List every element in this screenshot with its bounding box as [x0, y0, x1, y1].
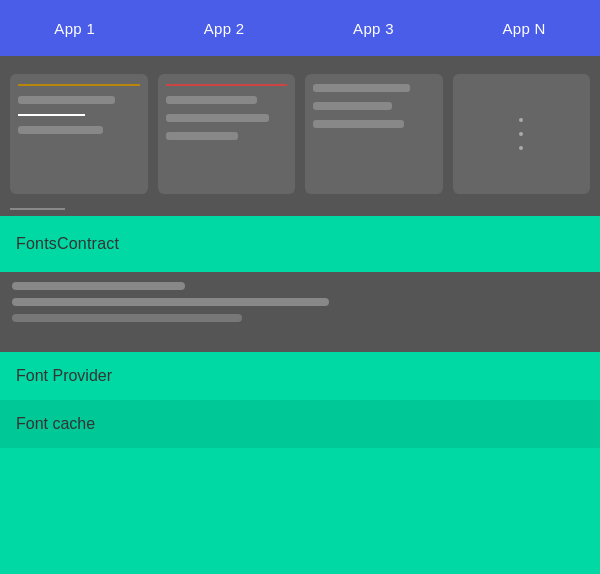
middle-dark-section: [0, 272, 600, 352]
fonts-contract-section: FontsContract: [0, 216, 600, 272]
app2-text-line1: [166, 96, 257, 104]
app-bar: App 1 App 2 App 3 App N: [0, 0, 600, 56]
app1-text-line1: [18, 96, 115, 104]
appn-dot2: [519, 132, 523, 136]
main-container: App 1 App 2 App 3 App N: [0, 0, 600, 574]
app-bar-app1: App 1: [38, 12, 111, 45]
appn-box: [453, 74, 591, 194]
app-box-group: [0, 66, 600, 202]
app3-text-line1: [313, 84, 410, 92]
dark-line-2: [12, 298, 329, 306]
apps-section: [0, 56, 600, 216]
app-bar-app3: App 3: [337, 12, 410, 45]
app2-box: [158, 74, 296, 194]
app2-text-line3: [166, 132, 239, 140]
app3-box: [305, 74, 443, 194]
app3-text-line3: [313, 120, 404, 128]
app1-white-line: [18, 114, 85, 116]
app1-box: [10, 74, 148, 194]
font-provider-section: Font Provider: [0, 352, 600, 400]
bottom-connector-line: [10, 208, 65, 210]
app1-text-line2: [18, 126, 103, 134]
font-cache-label: Font cache: [16, 415, 95, 433]
bottom-section: [0, 448, 600, 574]
font-cache-section: Font cache: [0, 400, 600, 448]
app2-accent-line: [166, 84, 288, 86]
app-bar-app2: App 2: [188, 12, 261, 45]
appn-dot3: [519, 146, 523, 150]
dark-line-1: [12, 282, 185, 290]
dark-line-3: [12, 314, 242, 322]
app2-text-line2: [166, 114, 269, 122]
fonts-contract-label: FontsContract: [16, 235, 119, 253]
app1-accent-line: [18, 84, 140, 86]
font-provider-label: Font Provider: [16, 367, 112, 385]
app3-text-line2: [313, 102, 392, 110]
app-bar-appn: App N: [486, 12, 561, 45]
appn-dot1: [519, 118, 523, 122]
